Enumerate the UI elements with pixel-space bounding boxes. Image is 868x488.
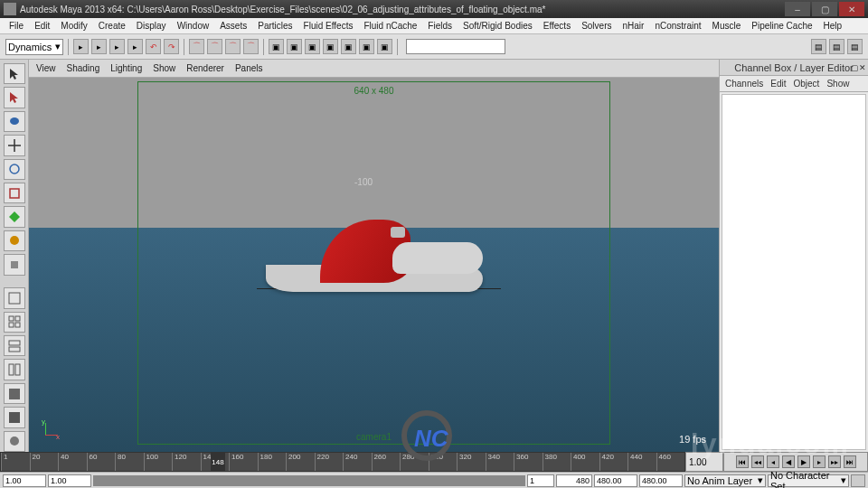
paint-select-tool[interactable] [4, 111, 25, 132]
shelf-tool[interactable]: ▣ [305, 39, 320, 54]
module-selector[interactable]: Dynamics ▾ [5, 39, 63, 55]
menu-effects[interactable]: Effects [538, 21, 576, 31]
menu-muscle[interactable]: Muscle [707, 21, 747, 31]
panel-renderer[interactable]: Renderer [186, 63, 224, 73]
shelf-tool[interactable]: ⌒ [243, 39, 259, 54]
close-button[interactable]: ✕ [839, 2, 864, 16]
menu-create[interactable]: Create [93, 21, 131, 31]
play-back-button[interactable]: ◀ [782, 455, 795, 468]
shelf-tool[interactable]: ⌒ [225, 39, 241, 54]
range-start-out[interactable]: 1.00 [3, 474, 46, 487]
layout-misc[interactable] [4, 407, 25, 427]
menu-display[interactable]: Display [131, 21, 172, 31]
shelf-tool[interactable]: ⌒ [207, 39, 222, 54]
3d-viewport[interactable]: 640 x 480 camera1 -100 19 fps y x [29, 78, 719, 452]
soft-select-tool[interactable] [4, 230, 25, 251]
panel-lighting[interactable]: Lighting [110, 63, 142, 73]
character-set-dropdown[interactable]: No Character Set▾ [768, 474, 849, 487]
range-end-in[interactable]: 480 [556, 474, 592, 487]
menu-window[interactable]: Window [172, 21, 215, 31]
menu-fields[interactable]: Fields [422, 21, 458, 31]
panel-show[interactable]: Show [153, 63, 175, 73]
shelf-tool[interactable]: ▣ [287, 39, 302, 54]
shelf-tool[interactable]: ▣ [341, 39, 356, 54]
step-fwd-button[interactable]: ▸▸ [828, 455, 841, 468]
channel-box-title: Channel Box / Layer Editor [734, 62, 853, 73]
maximize-button[interactable]: ▢ [812, 2, 837, 16]
last-tool[interactable] [4, 254, 25, 275]
menu-assets[interactable]: Assets [214, 21, 252, 31]
app-icon [4, 3, 16, 15]
menu-solvers[interactable]: Solvers [576, 21, 617, 31]
autokey-button[interactable] [851, 474, 865, 487]
tab-show[interactable]: Show [826, 79, 849, 89]
menu-modify[interactable]: Modify [55, 21, 92, 31]
shelf-tool[interactable]: ↷ [164, 39, 179, 54]
timeline-tick: 100 [144, 453, 158, 471]
layout-two-v[interactable] [4, 359, 25, 380]
panel-panels[interactable]: Panels [235, 63, 263, 73]
shelf-right-tool[interactable]: ▤ [811, 39, 826, 54]
anim-layer-dropdown[interactable]: No Anim Layer▾ [684, 474, 766, 487]
command-input[interactable] [406, 39, 505, 54]
tab-channels[interactable]: Channels [725, 79, 763, 89]
shelf-tool[interactable]: ▣ [359, 39, 374, 54]
rotate-tool[interactable] [4, 159, 25, 180]
layout-misc[interactable] [4, 431, 25, 452]
universal-manip-tool[interactable] [4, 206, 25, 227]
shelf-tool[interactable]: ▸ [73, 39, 89, 54]
layout-single[interactable] [4, 287, 25, 308]
menu-edit[interactable]: Edit [29, 21, 55, 31]
layout-misc[interactable] [4, 383, 25, 404]
tab-edit[interactable]: Edit [770, 79, 786, 89]
menu-file[interactable]: File [4, 21, 29, 31]
layout-four[interactable] [4, 312, 25, 333]
panel-shading[interactable]: Shading [67, 63, 100, 73]
range-cur[interactable]: 1 [527, 474, 554, 487]
menu-fluid-effects[interactable]: Fluid Effects [298, 21, 359, 31]
shelf-tool[interactable]: ▸ [91, 39, 107, 54]
lasso-tool[interactable] [4, 87, 25, 108]
minimize-button[interactable]: – [785, 2, 810, 16]
shelf-tool[interactable]: ▣ [323, 39, 338, 54]
range-start-in[interactable]: 1.00 [48, 474, 91, 487]
menu-fluid-ncache[interactable]: Fluid nCache [358, 21, 422, 31]
shelf-tool[interactable]: ▣ [377, 39, 392, 54]
prev-key-button[interactable]: ◂ [767, 455, 779, 468]
next-key-button[interactable]: ▸ [813, 455, 826, 468]
menu-pipeline-cache[interactable]: Pipeline Cache [746, 21, 817, 31]
range-end-out[interactable]: 480.00 [594, 474, 637, 487]
shelf-tool[interactable]: ⌒ [189, 39, 204, 54]
menu-soft-rigid[interactable]: Soft/Rigid Bodies [458, 21, 538, 31]
shelf-tool[interactable]: ▸ [109, 39, 125, 54]
forward-end-button[interactable]: ⏭ [844, 455, 856, 468]
rewind-start-button[interactable]: ⏮ [736, 455, 749, 468]
move-tool[interactable] [4, 135, 25, 155]
shelf-tool[interactable]: ▣ [269, 39, 284, 54]
scale-tool[interactable] [4, 183, 25, 203]
shelf-right-tool[interactable]: ▤ [829, 39, 844, 54]
menu-nconstraint[interactable]: nConstraint [649, 21, 706, 31]
step-back-button[interactable]: ◂◂ [751, 455, 764, 468]
range-slider[interactable] [93, 475, 525, 486]
svg-rect-15 [9, 412, 20, 423]
menu-particles[interactable]: Particles [252, 21, 297, 31]
timeline-tick: 160 [229, 453, 243, 471]
tab-object[interactable]: Object [794, 79, 820, 89]
shelf-tool[interactable]: ↶ [146, 39, 161, 54]
shelf-tool[interactable]: ▸ [127, 39, 143, 54]
close-panel-icon[interactable]: ▢✕ [851, 63, 866, 72]
panel-view[interactable]: View [36, 63, 56, 73]
range-end-out2[interactable]: 480.00 [639, 474, 683, 487]
time-slider[interactable]: 1204060801001201401601802002202402602803… [0, 452, 685, 472]
shelf-right-tool[interactable]: ▤ [847, 39, 863, 54]
play-forward-button[interactable]: ▶ [797, 455, 810, 468]
current-frame-field[interactable]: 1.00 [685, 452, 723, 472]
menu-nhair[interactable]: nHair [618, 21, 650, 31]
timeline-tick: 280 [400, 453, 414, 471]
current-frame-marker[interactable]: 148 [211, 453, 225, 471]
svg-rect-13 [15, 364, 20, 375]
select-tool[interactable] [4, 63, 25, 84]
menu-help[interactable]: Help [818, 21, 848, 31]
layout-two-h[interactable] [4, 335, 25, 356]
